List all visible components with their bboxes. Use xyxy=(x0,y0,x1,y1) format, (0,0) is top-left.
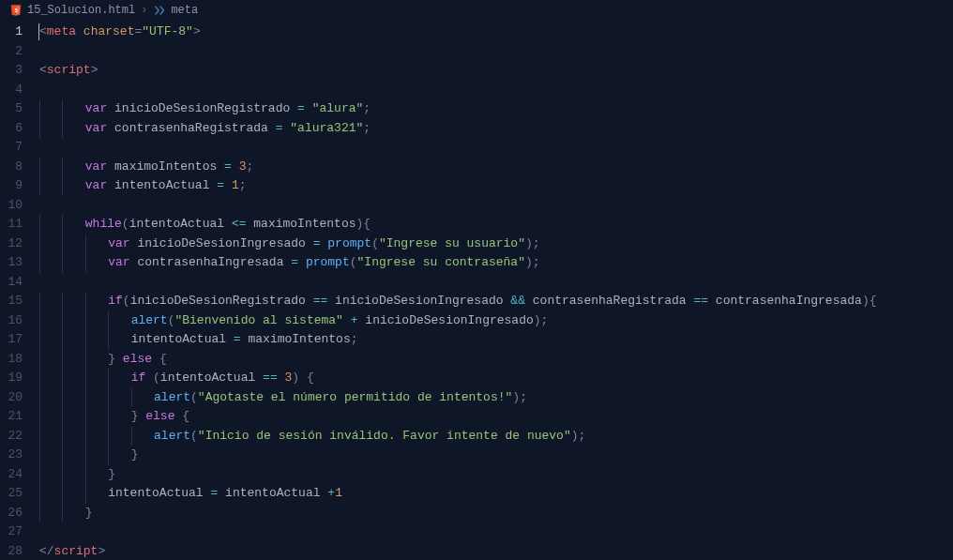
line-number: 27 xyxy=(0,522,23,542)
code-line[interactable]: intentoActual = maximoIntentos; xyxy=(39,330,953,350)
line-number: 23 xyxy=(0,446,23,465)
code-editor[interactable]: 1234567891011121314151617181920212223242… xyxy=(0,21,953,560)
line-number: 21 xyxy=(0,407,23,427)
chevron-right-icon: › xyxy=(141,4,147,17)
line-number: 3 xyxy=(0,61,23,81)
code-line[interactable]: var inicioDeSesionRegistrado = "alura"; xyxy=(39,99,953,119)
line-number: 19 xyxy=(0,369,23,388)
code-line[interactable] xyxy=(39,81,953,100)
code-line[interactable]: var contrasenhaRegistrada = "alura321"; xyxy=(39,119,953,139)
line-number: 6 xyxy=(0,119,23,139)
code-line[interactable]: } xyxy=(39,446,953,465)
line-number: 13 xyxy=(0,253,23,273)
code-line[interactable]: } else { xyxy=(39,407,953,427)
line-number: 26 xyxy=(0,504,23,523)
line-number: 8 xyxy=(0,158,23,177)
line-number: 20 xyxy=(0,388,23,408)
code-line[interactable]: } xyxy=(39,504,953,523)
line-number-gutter: 1234567891011121314151617181920212223242… xyxy=(0,21,39,560)
line-number: 18 xyxy=(0,350,23,370)
symbol-tag-icon xyxy=(153,4,166,17)
line-number: 9 xyxy=(0,176,23,196)
line-number: 12 xyxy=(0,235,23,254)
code-line[interactable]: var contrasenhaIngresada = prompt("Ingre… xyxy=(39,253,953,273)
breadcrumb-file[interactable]: 15_Solucion.html xyxy=(27,4,135,17)
line-number: 11 xyxy=(0,215,23,235)
line-number: 22 xyxy=(0,427,23,446)
code-line[interactable]: } else { xyxy=(39,350,953,370)
breadcrumb-symbol[interactable]: meta xyxy=(171,4,198,17)
line-number: 7 xyxy=(0,138,23,158)
line-number: 28 xyxy=(0,542,23,561)
code-line[interactable]: var maximoIntentos = 3; xyxy=(39,158,953,177)
code-line[interactable]: if(inicioDeSesionRegistrado == inicioDeS… xyxy=(39,292,953,311)
code-line[interactable] xyxy=(39,273,953,293)
line-number: 10 xyxy=(0,196,23,216)
code-line[interactable]: </script> xyxy=(39,542,953,561)
line-number: 2 xyxy=(0,42,23,62)
code-area[interactable]: <meta charset="UTF-8"><script> var inici… xyxy=(39,21,953,560)
line-number: 4 xyxy=(0,81,23,100)
line-number: 17 xyxy=(0,330,23,350)
code-line[interactable]: <meta charset="UTF-8"> xyxy=(39,23,953,42)
code-line[interactable]: alert("Inicio de sesión inválido. Favor … xyxy=(39,427,953,446)
code-line[interactable]: if (intentoActual == 3) { xyxy=(39,369,953,388)
code-line[interactable]: } xyxy=(39,465,953,485)
code-line[interactable]: alert("Agotaste el número permitido de i… xyxy=(39,388,953,408)
code-line[interactable]: alert("Bienvenido al sistema" + inicioDe… xyxy=(39,311,953,331)
code-line[interactable] xyxy=(39,42,953,62)
code-line[interactable]: intentoActual = intentoActual +1 xyxy=(39,484,953,504)
code-line[interactable]: var intentoActual = 1; xyxy=(39,176,953,196)
line-number: 25 xyxy=(0,484,23,504)
code-line[interactable] xyxy=(39,138,953,158)
line-number: 15 xyxy=(0,292,23,311)
line-number: 16 xyxy=(0,311,23,331)
line-number: 5 xyxy=(0,99,23,119)
code-line[interactable] xyxy=(39,196,953,216)
code-line[interactable]: while(intentoActual <= maximoIntentos){ xyxy=(39,215,953,235)
line-number: 24 xyxy=(0,465,23,485)
code-line[interactable]: <script> xyxy=(39,61,953,81)
code-line[interactable]: var inicioDeSesionIngresado = prompt("In… xyxy=(39,235,953,254)
code-line[interactable] xyxy=(39,522,953,542)
html-file-icon: 5 xyxy=(9,4,23,17)
breadcrumb[interactable]: 5 15_Solucion.html › meta xyxy=(0,0,953,21)
line-number: 14 xyxy=(0,273,23,293)
line-number: 1 xyxy=(0,23,23,42)
